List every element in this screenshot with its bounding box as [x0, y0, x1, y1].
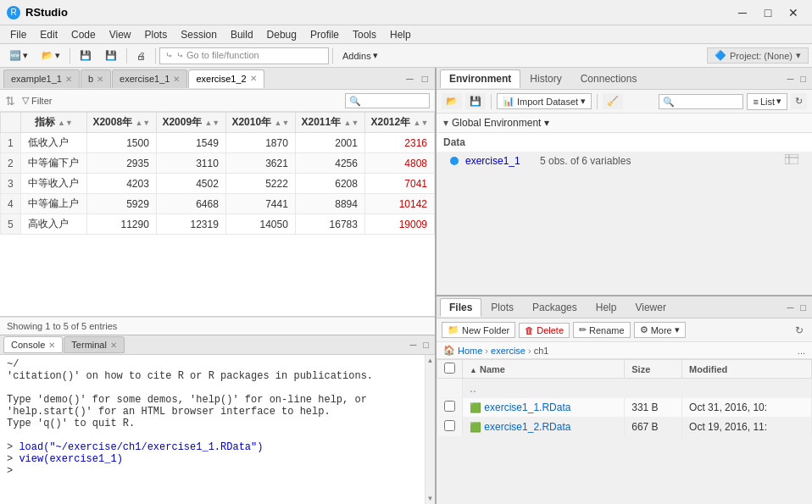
- file-checkbox-2[interactable]: [437, 418, 463, 437]
- col-x2010-header[interactable]: X2010年 ▲▼: [225, 113, 295, 133]
- file-name-2[interactable]: 🟩 exercise1_2.RData: [463, 418, 625, 437]
- up-directory-link[interactable]: ..: [463, 379, 812, 398]
- refresh-env-button[interactable]: ↻: [791, 93, 807, 109]
- env-toolbar: 📂 💾 📊 Import Dataset ▾ 🧹 ≡: [437, 90, 812, 114]
- close-icon[interactable]: ✕: [173, 75, 180, 84]
- cell-x2012: 10142: [364, 194, 434, 214]
- view-data-button[interactable]: [785, 154, 798, 167]
- menu-help[interactable]: Help: [383, 27, 418, 42]
- col-x2012-header[interactable]: X2012年 ▲▼: [364, 113, 434, 133]
- breadcrumb-more-button[interactable]: ...: [798, 346, 805, 356]
- close-icon[interactable]: ✕: [110, 341, 117, 350]
- menu-session[interactable]: Session: [174, 27, 224, 42]
- tab-help[interactable]: Help: [587, 298, 626, 317]
- menu-debug[interactable]: Debug: [260, 27, 303, 42]
- cell-category: 中等偏上户: [20, 194, 86, 214]
- breadcrumb-exercise[interactable]: exercise: [491, 346, 526, 356]
- col-x2008-header[interactable]: X2008年 ▲▼: [86, 113, 156, 133]
- console-line-1: ~/: [7, 358, 418, 370]
- save-workspace-button[interactable]: 💾: [465, 93, 486, 109]
- scroll-up-icon[interactable]: ▲: [427, 357, 434, 364]
- list-button[interactable]: ≡ List ▾: [747, 93, 787, 110]
- main-toolbar: 🆕▾ 📂▾ 💾 💾 🖨 ⤷ ⤷ Go to file/function Addi…: [0, 44, 812, 68]
- minimize-files-button[interactable]: ─: [785, 302, 797, 313]
- minimize-console-button[interactable]: ─: [408, 339, 420, 351]
- col-x2011-header[interactable]: X2011年 ▲▼: [295, 113, 364, 133]
- save-button[interactable]: 💾: [74, 47, 97, 65]
- more-arrow-icon: ▾: [675, 324, 680, 335]
- clear-env-button[interactable]: 🧹: [603, 93, 623, 109]
- tab-example1-1[interactable]: example1_1 ✕: [3, 69, 80, 88]
- col-modified-header[interactable]: Modified: [682, 360, 812, 379]
- close-icon[interactable]: ✕: [65, 75, 72, 84]
- title-bar-left: R RStudio: [7, 6, 68, 19]
- env-item-name[interactable]: exercise1_1: [465, 155, 533, 167]
- menu-build[interactable]: Build: [224, 27, 260, 42]
- new-folder-button[interactable]: 📁 New Folder: [442, 322, 515, 338]
- search-input[interactable]: [345, 93, 430, 108]
- breadcrumb-ch1: ch1: [534, 346, 549, 356]
- import-dataset-button[interactable]: 📊 Import Dataset ▾: [497, 93, 592, 109]
- close-icon[interactable]: ✕: [48, 341, 55, 350]
- breadcrumb-home[interactable]: Home: [458, 346, 482, 356]
- row-index: 4: [1, 194, 21, 214]
- scroll-down-icon[interactable]: ▼: [427, 495, 434, 502]
- maximize-files-button[interactable]: □: [798, 302, 809, 313]
- filter-button[interactable]: ▽ Filter: [19, 93, 55, 108]
- close-icon[interactable]: ✕: [250, 74, 257, 83]
- print-button[interactable]: 🖨: [131, 47, 152, 65]
- col-name-header[interactable]: ▲ Name: [463, 360, 625, 379]
- save-all-button[interactable]: 💾: [99, 47, 123, 65]
- new-file-button[interactable]: 🆕▾: [3, 47, 34, 65]
- cell-x2008: 11290: [86, 214, 156, 235]
- maximize-button[interactable]: □: [756, 4, 780, 21]
- menu-view[interactable]: View: [103, 27, 138, 42]
- col-category-header[interactable]: 指标 ▲▼: [20, 113, 86, 133]
- maximize-env-button[interactable]: □: [798, 73, 809, 85]
- env-search-input[interactable]: [659, 94, 743, 109]
- select-all-checkbox[interactable]: [444, 363, 455, 374]
- close-button[interactable]: ✕: [781, 4, 805, 21]
- tab-environment[interactable]: Environment: [440, 69, 520, 88]
- tab-packages[interactable]: Packages: [523, 298, 587, 317]
- tab-console[interactable]: Console ✕: [3, 336, 63, 353]
- close-icon[interactable]: ✕: [97, 75, 103, 84]
- menu-file[interactable]: File: [3, 27, 33, 42]
- tab-files[interactable]: Files: [440, 298, 481, 317]
- delete-button[interactable]: 🗑 Delete: [519, 323, 570, 338]
- tab-exercise1-2[interactable]: exercise1_2 ✕: [188, 69, 264, 88]
- minimize-env-button[interactable]: ─: [785, 73, 797, 85]
- menu-plots[interactable]: Plots: [138, 27, 175, 42]
- col-size-header[interactable]: Size: [625, 360, 682, 379]
- global-env-selector[interactable]: ▾ Global Environment ▾: [437, 114, 812, 133]
- rename-button[interactable]: ✏ Rename: [573, 322, 631, 338]
- file-name-1[interactable]: 🟩 exercise1_1.RData: [463, 398, 625, 418]
- menu-code[interactable]: Code: [64, 27, 103, 42]
- tab-terminal[interactable]: Terminal ✕: [64, 336, 125, 353]
- tab-history[interactable]: History: [520, 69, 570, 88]
- addins-button[interactable]: Addins ▾: [336, 47, 384, 65]
- minimize-editor-button[interactable]: ─: [403, 71, 417, 86]
- refresh-files-button[interactable]: ↻: [792, 323, 807, 338]
- load-workspace-button[interactable]: 📂: [442, 93, 462, 109]
- minimize-button[interactable]: ─: [731, 4, 754, 21]
- more-button[interactable]: ⚙ More ▾: [634, 322, 686, 338]
- tab-connections[interactable]: Connections: [571, 69, 647, 88]
- go-to-file-input[interactable]: ⤷ ⤷ Go to file/function: [159, 47, 329, 64]
- console-content[interactable]: ~/ 'citation()' on how to cite R or R pa…: [0, 355, 425, 504]
- file-checkbox-1[interactable]: [437, 398, 463, 418]
- col-x2009-header[interactable]: X2009年 ▲▼: [156, 113, 225, 133]
- menu-profile[interactable]: Profile: [303, 27, 346, 42]
- maximize-console-button[interactable]: □: [420, 339, 431, 351]
- maximize-editor-button[interactable]: □: [419, 71, 431, 86]
- tab-viewer[interactable]: Viewer: [626, 298, 675, 317]
- folder-plus-icon: 📁: [448, 324, 459, 335]
- tab-plots[interactable]: Plots: [481, 298, 523, 317]
- menu-tools[interactable]: Tools: [346, 27, 383, 42]
- console-scrollbar[interactable]: ▲ ▼: [425, 355, 435, 504]
- tab-b[interactable]: b ✕: [81, 69, 111, 88]
- tab-exercise1-1[interactable]: exercise1_1 ✕: [112, 69, 187, 88]
- menu-edit[interactable]: Edit: [33, 27, 64, 42]
- menu-bar: File Edit Code View Plots Session Build …: [0, 25, 812, 44]
- open-file-button[interactable]: 📂▾: [36, 47, 66, 65]
